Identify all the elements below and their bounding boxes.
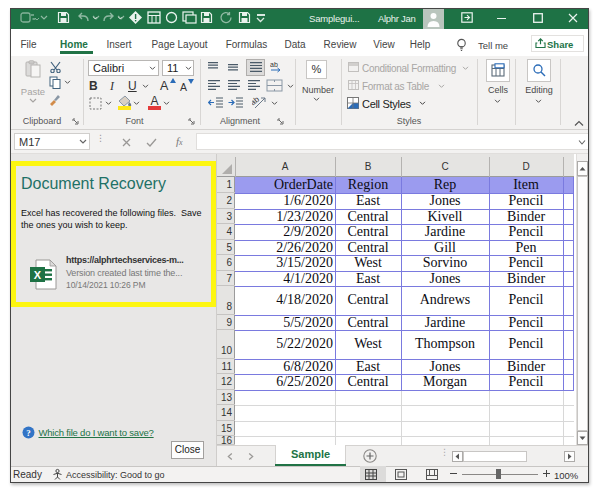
svg-text:ab: ab xyxy=(252,95,261,107)
svg-text:ab: ab xyxy=(270,61,278,68)
svg-text:?: ? xyxy=(26,428,31,438)
